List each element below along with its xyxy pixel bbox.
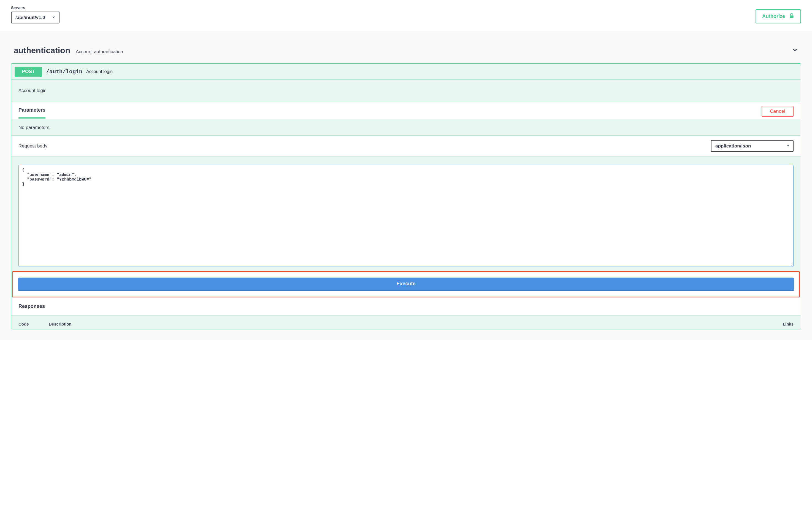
top-bar: Servers /api/inuit/v1.0 Authorize [0,0,812,32]
request-body-label: Request body [18,143,47,149]
parameters-label: Parameters [18,107,45,118]
tag-name: authentication [14,46,70,55]
tag-description: Account authentication [76,49,123,55]
no-parameters-text: No parameters [11,120,801,136]
authorize-label: Authorize [762,14,785,19]
responses-label: Responses [11,297,801,316]
request-body-header: Request body application/json [11,136,801,157]
request-body-area [11,157,801,271]
tag-header[interactable]: authentication Account authentication [11,43,801,64]
col-description-label: Description [49,322,766,326]
col-links-label: Links [766,322,794,326]
tag-header-left: authentication Account authentication [14,46,123,55]
lock-icon [789,13,794,20]
operation-path: /auth/login [46,69,82,75]
operation-summary-text: Account login [86,69,113,74]
cancel-button[interactable]: Cancel [762,106,794,117]
svg-rect-0 [790,15,793,18]
execute-button[interactable]: Execute [18,278,794,291]
operation-description: Account login [11,80,801,102]
servers-select-wrap: /api/inuit/v1.0 [11,12,59,24]
content-type-wrap: application/json [711,140,794,152]
http-method-badge: POST [15,67,42,76]
operation-summary[interactable]: POST /auth/login Account login [11,64,801,80]
content-type-select[interactable]: application/json [711,140,794,152]
col-code-label: Code [18,322,49,326]
content-area: authentication Account authentication PO… [0,32,812,340]
servers-select[interactable]: /api/inuit/v1.0 [11,12,59,24]
execute-highlight-box: Execute [12,271,800,297]
authorize-button[interactable]: Authorize [755,9,801,24]
servers-section: Servers /api/inuit/v1.0 [11,5,59,24]
parameters-header: Parameters Cancel [11,102,801,120]
operation-block: POST /auth/login Account login Account l… [11,64,801,330]
servers-label: Servers [11,5,59,10]
chevron-down-icon[interactable] [792,46,798,53]
request-body-textarea[interactable] [18,165,794,267]
responses-table-header: Code Description Links [11,316,801,329]
